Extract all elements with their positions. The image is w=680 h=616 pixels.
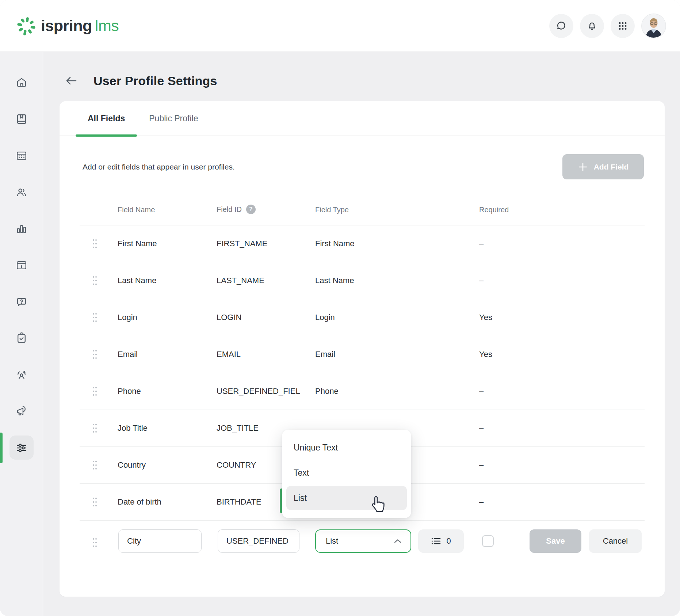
clipboard-check-icon xyxy=(15,332,28,345)
drag-handle-icon[interactable] xyxy=(92,422,99,434)
drag-handle-icon[interactable] xyxy=(92,496,99,508)
cell-required: – xyxy=(479,387,484,396)
edit-row-city: List 0 Save Ca xyxy=(80,521,645,579)
toolbar: Add or edit fields that appear in user p… xyxy=(83,154,644,179)
add-field-label: Add Field xyxy=(594,163,629,171)
settings-card: All Fields Public Profile Add or edit fi… xyxy=(60,101,665,597)
sidebar-item-reports[interactable] xyxy=(0,210,43,247)
back-arrow-icon xyxy=(65,75,77,86)
ispring-lms-logo: ispringlms xyxy=(17,16,119,35)
dropdown-option-unique-text[interactable]: Unique Text xyxy=(286,436,407,460)
sidebar-item-quizzes[interactable] xyxy=(0,284,43,320)
cell-required: – xyxy=(479,497,484,507)
cell-field-name: Last Name xyxy=(118,276,156,285)
sidebar-item-settings[interactable] xyxy=(0,430,43,466)
apps-button[interactable] xyxy=(611,14,635,38)
book-icon xyxy=(15,113,28,125)
chevron-up-icon xyxy=(394,539,402,544)
field-id-input[interactable] xyxy=(218,529,299,553)
sidebar-item-courses[interactable] xyxy=(0,101,43,137)
col-header-required: Required xyxy=(479,206,509,214)
sidebar-item-users[interactable] xyxy=(0,174,43,210)
back-button[interactable] xyxy=(65,75,77,87)
sidebar-item-calendar[interactable] xyxy=(0,137,43,174)
page-header: User Profile Settings xyxy=(65,72,665,89)
drag-handle-icon[interactable] xyxy=(92,536,99,549)
main-content: User Profile Settings All Fields Public … xyxy=(43,52,680,616)
dropdown-option-list[interactable]: List xyxy=(286,486,407,510)
dropdown-option-text[interactable]: Text xyxy=(286,461,407,485)
sidebar-item-newsfeed[interactable] xyxy=(0,247,43,284)
table-row-last-name: Last Name LAST_NAME Last Name – xyxy=(80,262,645,299)
list-items-button[interactable]: 0 xyxy=(418,529,464,553)
field-type-dropdown-menu: Unique Text Text List xyxy=(282,430,411,518)
cell-required: Yes xyxy=(479,313,492,322)
cell-field-id: FIRST_NAME xyxy=(217,239,311,248)
cell-required: – xyxy=(479,460,484,470)
page-title: User Profile Settings xyxy=(93,74,217,88)
sidebar-item-webinars[interactable] xyxy=(0,357,43,393)
user-avatar[interactable] xyxy=(641,14,666,38)
cell-field-type: Phone xyxy=(315,387,339,396)
brand-primary: ispring xyxy=(41,17,92,34)
cell-field-name: Date of birth xyxy=(118,497,161,507)
col-header-field-type: Field Type xyxy=(315,206,349,214)
cell-field-id: USER_DEFINED_FIEL xyxy=(217,387,311,396)
fields-table: Field Name Field ID ? Field Type Require… xyxy=(80,179,645,579)
table-row-first-name: First Name FIRST_NAME First Name – xyxy=(80,225,645,262)
drag-handle-icon[interactable] xyxy=(92,237,99,250)
drag-handle-icon[interactable] xyxy=(92,385,99,398)
cell-required: – xyxy=(479,423,484,433)
cell-field-name: Job Title xyxy=(118,423,148,433)
drag-handle-icon[interactable] xyxy=(92,459,99,471)
cancel-button[interactable]: Cancel xyxy=(589,529,642,553)
cell-field-id: LOGIN xyxy=(217,313,311,322)
top-bar: ispringlms xyxy=(0,0,680,52)
col-header-field-name: Field Name xyxy=(118,206,155,214)
cell-required: – xyxy=(479,239,484,248)
brand-secondary: lms xyxy=(95,17,119,34)
sidebar-nav xyxy=(0,52,43,616)
add-field-button[interactable]: Add Field xyxy=(562,154,644,179)
home-icon xyxy=(15,76,28,89)
table-row-email: Email EMAIL Email Yes xyxy=(80,336,645,373)
col-header-field-id: Field ID ? xyxy=(217,205,256,214)
apps-grid-icon xyxy=(617,20,629,32)
active-indicator xyxy=(0,433,3,463)
notifications-button[interactable] xyxy=(580,14,604,38)
person-broadcast-icon xyxy=(15,369,28,381)
field-id-header-label: Field ID xyxy=(217,205,242,214)
cell-field-type: First Name xyxy=(315,239,355,248)
drag-handle-icon[interactable] xyxy=(92,311,99,324)
tab-public-profile[interactable]: Public Profile xyxy=(137,101,210,136)
logo-burst-icon xyxy=(17,16,36,35)
list-icon xyxy=(431,537,441,545)
tab-public-profile-label: Public Profile xyxy=(149,114,198,123)
plus-icon xyxy=(578,162,588,172)
cell-field-name: Login xyxy=(118,313,137,322)
sidebar-item-tasks[interactable] xyxy=(0,320,43,357)
cell-field-id: LAST_NAME xyxy=(217,276,311,285)
active-tab-underline xyxy=(76,134,137,137)
field-type-select[interactable]: List xyxy=(315,529,411,553)
bell-icon xyxy=(586,20,598,32)
sidebar-item-home[interactable] xyxy=(0,64,43,101)
topbar-actions xyxy=(549,14,666,38)
list-count-value: 0 xyxy=(446,536,451,546)
field-name-input[interactable] xyxy=(118,529,202,553)
chat-icon xyxy=(555,20,567,32)
avatar-image xyxy=(642,14,665,38)
cell-required: – xyxy=(479,276,484,285)
help-icon[interactable]: ? xyxy=(246,205,256,214)
tab-all-fields[interactable]: All Fields xyxy=(76,101,137,136)
sidebar-item-announcements[interactable] xyxy=(0,393,43,430)
drag-handle-icon[interactable] xyxy=(92,274,99,287)
field-type-select-value: List xyxy=(326,536,338,546)
drag-handle-icon[interactable] xyxy=(92,348,99,361)
cell-field-name: Email xyxy=(118,350,138,359)
cell-field-name: Phone xyxy=(118,387,141,396)
chat-button[interactable] xyxy=(549,14,573,38)
tab-all-fields-label: All Fields xyxy=(88,114,125,123)
required-checkbox[interactable] xyxy=(482,535,494,547)
save-button[interactable]: Save xyxy=(530,529,581,553)
